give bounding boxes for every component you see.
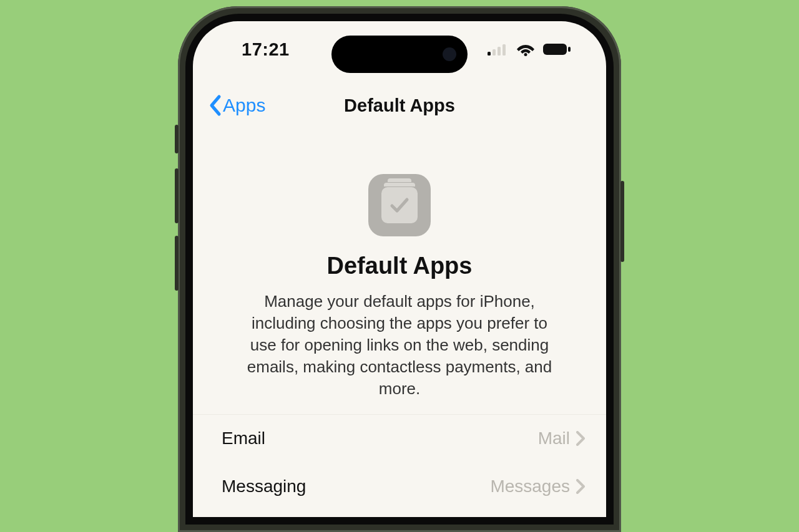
phone-bezel: 17:21	[185, 14, 614, 525]
stack-check-icon	[381, 187, 418, 223]
dynamic-island	[331, 36, 468, 73]
svg-rect-2	[498, 47, 501, 56]
svg-rect-5	[543, 44, 567, 55]
back-button[interactable]: Apps	[208, 94, 265, 117]
svg-rect-0	[488, 52, 491, 56]
row-value: Mail	[538, 428, 570, 448]
row-label: Email	[222, 428, 265, 448]
navigation-bar: Apps Default Apps	[193, 84, 606, 127]
chevron-right-icon	[576, 431, 585, 446]
row-label: Messaging	[222, 476, 306, 496]
wifi-icon	[516, 42, 535, 56]
phone-side-button	[175, 125, 179, 153]
list-row-calling[interactable]: Calling Phone	[193, 510, 606, 517]
default-apps-list: Email Mail Messaging Messages	[193, 414, 606, 517]
front-camera	[443, 47, 456, 61]
svg-rect-1	[493, 49, 496, 56]
hero-section: Default Apps Manage your default apps fo…	[193, 174, 606, 400]
screen: 17:21	[193, 21, 606, 517]
row-value: Messages	[490, 476, 570, 496]
battery-icon	[542, 42, 571, 56]
svg-point-4	[524, 53, 527, 56]
chevron-left-icon	[208, 94, 222, 117]
phone-frame: 17:21	[178, 6, 621, 532]
hero-title: Default Apps	[237, 253, 562, 279]
list-row-messaging[interactable]: Messaging Messages	[193, 462, 606, 510]
list-row-email[interactable]: Email Mail	[193, 415, 606, 462]
phone-volume-down-button	[175, 236, 179, 291]
navigation-title: Default Apps	[344, 95, 455, 116]
svg-rect-6	[568, 47, 571, 52]
chevron-right-icon	[576, 479, 585, 494]
cellular-signal-icon	[488, 43, 509, 56]
svg-rect-3	[502, 44, 506, 56]
hero-description: Manage your default apps for iPhone, inc…	[237, 291, 562, 400]
status-indicators	[488, 42, 571, 56]
default-apps-icon	[368, 174, 431, 236]
status-time: 17:21	[242, 39, 290, 60]
back-label: Apps	[223, 95, 265, 116]
phone-volume-up-button	[175, 168, 179, 223]
phone-power-button	[620, 181, 624, 262]
